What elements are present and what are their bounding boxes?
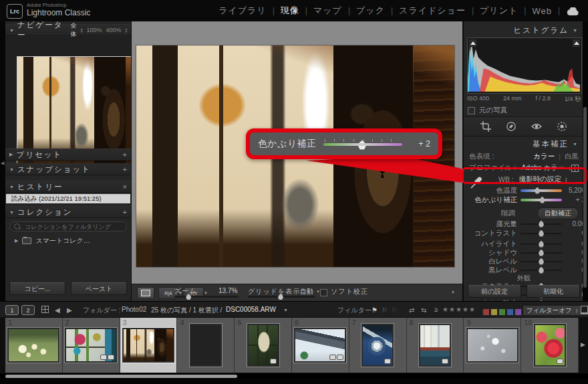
thumbnail-10[interactable] bbox=[534, 324, 566, 367]
previous-settings-button[interactable]: 前の設定 bbox=[468, 285, 521, 298]
color-label-purple[interactable] bbox=[514, 308, 522, 316]
stepper-caret-icon[interactable]: ▴▾ bbox=[81, 27, 83, 33]
color-label-yellow[interactable] bbox=[490, 308, 498, 316]
grid-view-icon[interactable] bbox=[41, 306, 49, 313]
star-icon[interactable] bbox=[462, 306, 468, 313]
shadow-clipping-icon[interactable] bbox=[469, 39, 476, 47]
add-collection-icon[interactable]: + bbox=[123, 209, 127, 216]
star-icon[interactable] bbox=[456, 306, 462, 313]
thumbnail-3[interactable] bbox=[122, 328, 174, 363]
collection-filter-input[interactable] bbox=[23, 223, 120, 231]
filmstrip-cell-7[interactable]: 7 bbox=[349, 318, 407, 373]
thumbnail-9[interactable] bbox=[466, 328, 519, 363]
module-web[interactable]: Web bbox=[532, 6, 552, 16]
original-photo-checkbox[interactable] bbox=[468, 107, 475, 114]
module-map[interactable]: マップ bbox=[313, 5, 342, 17]
chevron-right-icon[interactable]: ▶ bbox=[15, 238, 18, 244]
navigator-zoom-400[interactable]: 400% bbox=[106, 27, 121, 33]
filmstrip-cell-2[interactable]: 2 bbox=[63, 318, 120, 373]
grid-mode-value[interactable]: 自動 bbox=[300, 287, 313, 296]
basic-panel-header[interactable]: 基本補正 ▼ bbox=[533, 139, 579, 149]
histogram[interactable] bbox=[467, 37, 582, 94]
soft-proof-checkbox[interactable] bbox=[320, 289, 327, 296]
badge-icon[interactable] bbox=[384, 359, 391, 364]
highlight-clipping-icon[interactable] bbox=[573, 39, 580, 47]
temp-slider[interactable] bbox=[521, 187, 562, 194]
badge-icon[interactable] bbox=[442, 359, 448, 364]
collection-filter[interactable] bbox=[9, 221, 127, 231]
module-slideshow[interactable]: スライドショー bbox=[399, 5, 466, 17]
flag-unflagged-icon[interactable]: ⚐ bbox=[382, 306, 388, 314]
right-panel-collapse-strip[interactable]: ▶ bbox=[583, 21, 588, 301]
loupe-view-button[interactable] bbox=[137, 287, 154, 299]
slider-thumb[interactable] bbox=[539, 230, 544, 237]
chevron-down-icon[interactable]: ▼ bbox=[9, 210, 14, 215]
color-label-blue[interactable] bbox=[506, 308, 514, 316]
filmstrip-cell-4[interactable]: 4 bbox=[177, 318, 235, 373]
filmstrip-cell-8[interactable]: 8 bbox=[407, 318, 464, 373]
star-icon[interactable] bbox=[469, 306, 475, 313]
filter-unedited-icon[interactable]: ⇆ bbox=[421, 306, 426, 314]
clear-history-icon[interactable]: × bbox=[123, 183, 127, 191]
chevron-down-icon[interactable]: ▼ bbox=[573, 28, 579, 33]
red-eye-icon[interactable] bbox=[531, 121, 542, 132]
stepper-caret-icon[interactable]: ▴▾ bbox=[569, 165, 571, 171]
filename[interactable]: DSC00058.ARW bbox=[226, 306, 276, 313]
chevron-right-icon[interactable]: ▶ bbox=[9, 152, 13, 157]
navigator-zoom-100[interactable]: 100% bbox=[86, 27, 102, 33]
chevron-down-icon[interactable]: ▼ bbox=[9, 185, 14, 189]
thumbnail-6[interactable] bbox=[294, 328, 346, 363]
thumbnail-1[interactable] bbox=[7, 328, 59, 363]
filmstrip-cell-1[interactable]: 1 bbox=[5, 318, 63, 373]
chevron-down-icon[interactable]: ▼ bbox=[9, 28, 14, 33]
filmstrip-scroll-right-icon[interactable]: ▶ bbox=[581, 341, 585, 348]
filmstrip-cell-6[interactable]: 6 bbox=[292, 318, 349, 373]
rating-ge[interactable]: ≥ bbox=[434, 306, 438, 313]
folder-name[interactable]: Photo02 bbox=[122, 306, 146, 313]
filter-preset-dropdown[interactable]: フィルターオフ ▴▾ bbox=[523, 305, 581, 316]
smart-collection-row[interactable]: ▶ スマートコレク… bbox=[15, 236, 90, 246]
slider-thumb[interactable] bbox=[539, 250, 544, 256]
grid-size-slider[interactable] bbox=[248, 296, 315, 298]
wb-value[interactable]: 撮影時の設定 bbox=[519, 175, 561, 184]
thumbnail-7[interactable] bbox=[361, 324, 394, 367]
filmstrip-cell-10[interactable]: 10 bbox=[521, 318, 579, 373]
exposure-slider[interactable] bbox=[521, 221, 562, 227]
temp-slider-thumb[interactable] bbox=[535, 187, 540, 194]
module-develop[interactable]: 現像 bbox=[281, 5, 299, 17]
color-label-green[interactable] bbox=[498, 308, 506, 316]
add-preset-icon[interactable]: + bbox=[123, 151, 127, 159]
chevron-down-icon[interactable]: ▼ bbox=[283, 308, 288, 312]
badge-icon[interactable] bbox=[100, 355, 107, 360]
filmstrip-cell-5[interactable]: 5 bbox=[235, 318, 292, 373]
profile-browser-icon[interactable] bbox=[571, 165, 579, 172]
tint-slider-thumb[interactable] bbox=[540, 197, 545, 203]
mask-icon[interactable] bbox=[557, 121, 567, 132]
auto-tone-button[interactable]: 自動補正 bbox=[537, 207, 579, 219]
reset-button[interactable]: 初期化 bbox=[527, 285, 580, 298]
stepper-caret-icon[interactable]: ▴▾ bbox=[565, 177, 567, 182]
filmstrip-cell-3-selected[interactable]: 3 bbox=[120, 318, 178, 373]
right-panel-scrollbar[interactable] bbox=[583, 107, 587, 288]
star-icon[interactable] bbox=[449, 306, 455, 313]
badge-icon[interactable] bbox=[270, 359, 277, 364]
cloud-sync-icon[interactable] bbox=[567, 7, 580, 19]
history-entry[interactable]: 読み込み (2021/12/21 19:51:25) bbox=[6, 194, 130, 203]
second-monitor-icon[interactable] bbox=[581, 306, 588, 314]
profile-value[interactable]: Adobe カラー bbox=[521, 163, 565, 173]
whites-slider[interactable] bbox=[521, 258, 562, 265]
badge-icon[interactable] bbox=[557, 359, 563, 364]
thumbnail-8[interactable] bbox=[419, 324, 451, 367]
filter-edited-icon[interactable]: ⇄ bbox=[409, 306, 414, 314]
thumbnail-5[interactable] bbox=[247, 324, 279, 367]
collections-header[interactable]: ▼ コレクション + bbox=[5, 206, 131, 218]
module-library[interactable]: ライブラリ bbox=[218, 5, 267, 17]
navigator-header[interactable]: ▼ ナビゲーター 全体 ▴▾ 100% 400% ▴▾ bbox=[5, 24, 131, 36]
slider-thumb[interactable] bbox=[539, 241, 544, 248]
shadows-slider[interactable] bbox=[521, 250, 562, 256]
copy-button[interactable]: コピー... bbox=[9, 282, 65, 295]
second-window-button[interactable]: 2 bbox=[21, 305, 35, 315]
filmstrip-scrollbar[interactable] bbox=[0, 374, 588, 379]
heal-icon[interactable] bbox=[506, 121, 517, 132]
main-window-button[interactable]: 1 bbox=[5, 305, 19, 315]
